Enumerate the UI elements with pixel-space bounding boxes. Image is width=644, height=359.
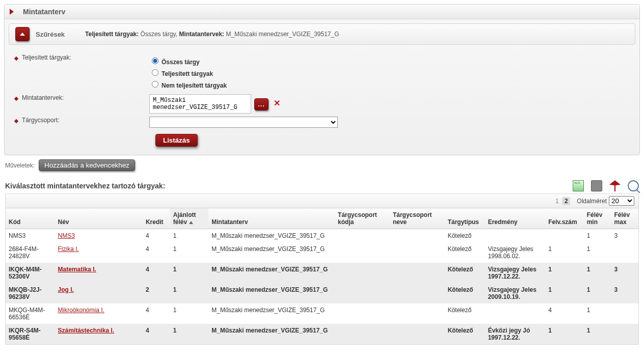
- cell-mintatanterv: M_Műszaki menedzser_VGIZE_39517_G: [208, 303, 335, 324]
- cell-felev-min: 1: [584, 229, 611, 243]
- course-link[interactable]: Matematika I.: [58, 266, 96, 273]
- cell-targytipus: Kötelező: [445, 324, 485, 345]
- course-link[interactable]: Mikroökonómia I.: [58, 307, 104, 314]
- grid-title: Kiválasztott mintatantervekhez tartozó t…: [5, 182, 165, 190]
- add-favorite-button[interactable]: Hozzáadás a kedvencekhez: [39, 159, 135, 171]
- cell-felev-max: [611, 324, 639, 345]
- subjectgroup-select[interactable]: [149, 117, 338, 128]
- cell-nev: Fizika I.: [55, 242, 142, 263]
- filter-body: Teljesített tárgyak: Összes tárgy Teljes…: [9, 49, 635, 151]
- col-targytipus[interactable]: Tárgytípus: [445, 208, 485, 229]
- grid-section-head: Kiválasztott mintatantervekhez tartozó t…: [5, 180, 639, 191]
- col-targycsoport-neve[interactable]: Tárgycsoport neve: [390, 208, 445, 229]
- cell-nev: NMS3: [55, 229, 142, 243]
- col-felev-min[interactable]: Félév min: [584, 208, 611, 229]
- cell-ajanlott-felev: 1: [170, 303, 208, 324]
- cell-mintatanterv: M_Műszaki menedzser_VGIZE_39517_G: [208, 229, 335, 243]
- cell-nev: Mikroökonómia I.: [55, 303, 142, 324]
- course-link[interactable]: NMS3: [58, 232, 74, 239]
- cell-ajanlott-felev: 1: [170, 242, 208, 263]
- filter-summary: Teljesített tárgyak: Összes tárgy, Minta…: [85, 31, 339, 38]
- filter-row-curricula: Mintatantervek: M_Műszaki menedzser_VGIZ…: [13, 94, 631, 114]
- completed-radio-group: Összes tárgy Teljesített tárgyak Nem tel…: [149, 54, 227, 91]
- cell-nev: Számítástechnika I.: [55, 324, 142, 345]
- print-icon[interactable]: [591, 180, 602, 191]
- col-ajanlott-felev[interactable]: Ajánlott félév: [170, 208, 208, 229]
- pin-icon[interactable]: [609, 180, 621, 191]
- cell-eredmeny: [485, 303, 546, 324]
- col-mintatanterv[interactable]: Mintatanterv: [208, 208, 335, 229]
- cell-tgk: [335, 242, 390, 263]
- diamond-icon: [14, 119, 18, 123]
- cell-felev-min: 1: [584, 283, 611, 303]
- cell-kod: NMS3: [6, 229, 55, 243]
- page-title: Mintatanterv: [23, 8, 65, 16]
- collapse-filters-button[interactable]: [15, 27, 30, 41]
- col-felvszam[interactable]: Felv.szám: [545, 208, 583, 229]
- radio-done[interactable]: Teljesített tárgyak: [149, 68, 227, 77]
- cell-felev-max: 3: [611, 263, 639, 283]
- cell-eredmeny: Vizsgajegy Jeles 2009.10.19.: [485, 283, 546, 303]
- cell-kod: IKQK-M4M-52306V: [6, 263, 55, 283]
- cell-ajanlott-felev: 1: [170, 283, 208, 303]
- cell-kredit: 2: [143, 283, 170, 303]
- cell-mintatanterv: M_Műszaki menedzser_VGIZE_39517_G: [208, 283, 335, 303]
- cell-kredit: 4: [143, 229, 170, 243]
- search-icon[interactable]: [628, 180, 639, 191]
- col-nev[interactable]: Név: [55, 208, 142, 229]
- table-row: IKQR-S4M-95658ÉSzámítástechnika I.41M_Mű…: [6, 324, 639, 345]
- course-link[interactable]: Számítástechnika I.: [58, 327, 114, 334]
- cell-felvszam: 1: [545, 242, 583, 263]
- cell-kod: MKQG-M4M-66536É: [6, 303, 55, 324]
- cell-mintatanterv: M_Műszaki menedzser_VGIZE_39517_G: [208, 263, 335, 283]
- radio-done-input[interactable]: [152, 69, 158, 76]
- filter-title: Szűrések: [36, 31, 65, 38]
- curricula-clear-button[interactable]: ✕: [274, 98, 280, 108]
- pagesize-select[interactable]: 20: [609, 196, 634, 206]
- cell-felvszam: 4: [545, 303, 583, 324]
- cell-targytipus: Kötelező: [445, 303, 485, 324]
- cell-tgn: [390, 242, 445, 263]
- col-kod[interactable]: Kód: [6, 208, 55, 229]
- pagesize-label: Oldalméret: [577, 198, 607, 205]
- cell-kredit: 4: [143, 303, 170, 324]
- operations-row: Műveletek: Hozzáadás a kedvencekhez: [5, 159, 639, 171]
- cell-eredmeny: Vizsgajegy Jeles 1997.12.22.: [485, 263, 546, 283]
- course-link[interactable]: Fizika I.: [58, 245, 78, 253]
- radio-all-input[interactable]: [152, 58, 158, 64]
- cell-ajanlott-felev: 1: [170, 229, 208, 243]
- curricula-browse-button[interactable]: ...: [254, 98, 269, 111]
- page-1[interactable]: 1: [553, 197, 561, 205]
- grid-tools: [573, 180, 639, 191]
- cell-ajanlott-felev: 1: [170, 263, 208, 283]
- col-felev-max[interactable]: Félév max: [611, 208, 639, 229]
- cell-felev-min: 1: [584, 303, 611, 324]
- col-eredmeny[interactable]: Eredmény: [485, 208, 546, 229]
- cell-eredmeny: Vizsgajegy Jeles 1998.06.02.: [485, 242, 546, 263]
- chevron-right-icon: [10, 9, 14, 15]
- table-header-row: Kód Név Kredit Ajánlott félév Mintatante…: [6, 208, 639, 229]
- diamond-icon: [14, 97, 18, 101]
- export-xls-icon[interactable]: [573, 180, 584, 191]
- list-button[interactable]: Listázás: [155, 134, 198, 147]
- page-2[interactable]: 2: [562, 197, 570, 205]
- cell-targytipus: Kötelező: [445, 263, 485, 283]
- radio-notdone-input[interactable]: [152, 81, 158, 88]
- col-targycsoport-kodja[interactable]: Tárgycsoport kódja: [335, 208, 390, 229]
- course-link[interactable]: Jog I.: [58, 286, 73, 293]
- cell-tgk: [335, 283, 390, 303]
- page-header: Mintatanterv: [5, 5, 639, 19]
- curricula-input[interactable]: M_Műszaki menedzser_VGIZE_39517_G: [149, 94, 251, 114]
- radio-all[interactable]: Összes tárgy: [149, 56, 227, 66]
- cell-nev: Matematika I.: [55, 263, 142, 283]
- cell-tgk: [335, 229, 390, 243]
- table-row: NMS3NMS341M_Műszaki menedzser_VGIZE_3951…: [6, 229, 639, 243]
- radio-notdone[interactable]: Nem teljesített tárgyak: [149, 79, 227, 89]
- summary-val-1: Összes tárgy: [141, 31, 176, 38]
- cell-ajanlott-felev: 1: [170, 324, 208, 345]
- cell-felev-min: 1: [584, 324, 611, 345]
- col-kredit[interactable]: Kredit: [143, 208, 170, 229]
- cell-felvszam: 1: [545, 263, 583, 283]
- cell-tgk: [335, 263, 390, 283]
- cell-tgk: [335, 324, 390, 345]
